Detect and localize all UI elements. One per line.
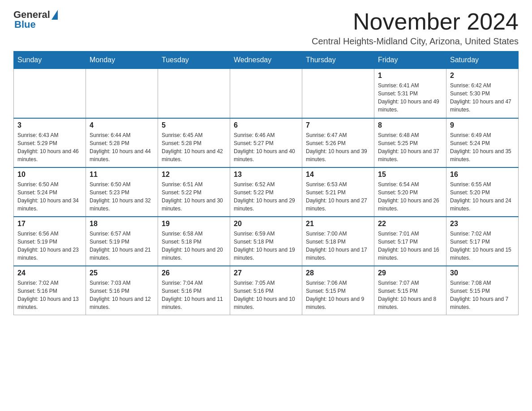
table-row: 24Sunrise: 7:02 AMSunset: 5:16 PMDayligh… bbox=[14, 266, 86, 315]
calendar-week-row: 3Sunrise: 6:43 AMSunset: 5:29 PMDaylight… bbox=[14, 118, 519, 167]
day-info: Sunrise: 6:44 AMSunset: 5:28 PMDaylight:… bbox=[90, 131, 154, 163]
day-number: 21 bbox=[306, 220, 370, 228]
day-info: Sunrise: 6:50 AMSunset: 5:24 PMDaylight:… bbox=[17, 180, 82, 213]
day-number: 8 bbox=[378, 121, 442, 129]
table-row: 20Sunrise: 6:59 AMSunset: 5:18 PMDayligh… bbox=[230, 217, 302, 266]
col-tuesday: Tuesday bbox=[158, 51, 230, 69]
day-info: Sunrise: 6:59 AMSunset: 5:18 PMDaylight:… bbox=[234, 230, 298, 262]
logo-triangle-icon bbox=[51, 10, 58, 20]
day-number: 14 bbox=[306, 171, 370, 179]
day-number: 24 bbox=[17, 269, 82, 277]
day-info: Sunrise: 6:41 AMSunset: 5:31 PMDaylight:… bbox=[378, 81, 442, 114]
table-row: 4Sunrise: 6:44 AMSunset: 5:28 PMDaylight… bbox=[86, 118, 158, 167]
table-row: 27Sunrise: 7:05 AMSunset: 5:16 PMDayligh… bbox=[230, 266, 302, 315]
day-info: Sunrise: 6:45 AMSunset: 5:28 PMDaylight:… bbox=[162, 131, 226, 163]
table-row: 18Sunrise: 6:57 AMSunset: 5:19 PMDayligh… bbox=[86, 217, 158, 266]
day-info: Sunrise: 6:42 AMSunset: 5:30 PMDaylight:… bbox=[450, 81, 515, 114]
day-number: 1 bbox=[378, 72, 442, 80]
day-number: 23 bbox=[450, 220, 515, 228]
col-friday: Friday bbox=[374, 51, 446, 69]
table-row: 26Sunrise: 7:04 AMSunset: 5:16 PMDayligh… bbox=[158, 266, 230, 315]
table-row: 11Sunrise: 6:50 AMSunset: 5:23 PMDayligh… bbox=[86, 167, 158, 217]
logo: General Blue bbox=[13, 9, 58, 30]
day-number: 27 bbox=[234, 269, 298, 277]
table-row: 5Sunrise: 6:45 AMSunset: 5:28 PMDaylight… bbox=[158, 118, 230, 167]
day-info: Sunrise: 6:51 AMSunset: 5:22 PMDaylight:… bbox=[162, 180, 226, 213]
col-saturday: Saturday bbox=[446, 51, 519, 69]
calendar-week-row: 24Sunrise: 7:02 AMSunset: 5:16 PMDayligh… bbox=[14, 266, 519, 315]
day-info: Sunrise: 6:46 AMSunset: 5:27 PMDaylight:… bbox=[234, 131, 298, 163]
table-row: 21Sunrise: 7:00 AMSunset: 5:18 PMDayligh… bbox=[302, 217, 374, 266]
month-title: November 2024 bbox=[312, 9, 519, 34]
day-number: 12 bbox=[162, 171, 226, 179]
day-info: Sunrise: 6:53 AMSunset: 5:21 PMDaylight:… bbox=[306, 180, 370, 213]
table-row: 12Sunrise: 6:51 AMSunset: 5:22 PMDayligh… bbox=[158, 167, 230, 217]
calendar-week-row: 10Sunrise: 6:50 AMSunset: 5:24 PMDayligh… bbox=[14, 167, 519, 217]
day-number: 22 bbox=[378, 220, 442, 228]
day-number: 7 bbox=[306, 121, 370, 129]
table-row: 29Sunrise: 7:07 AMSunset: 5:15 PMDayligh… bbox=[374, 266, 446, 315]
day-info: Sunrise: 7:02 AMSunset: 5:16 PMDaylight:… bbox=[17, 279, 82, 311]
location-subtitle: Central Heights-Midland City, Arizona, U… bbox=[312, 36, 519, 47]
calendar-header-row: Sunday Monday Tuesday Wednesday Thursday… bbox=[14, 51, 519, 69]
day-info: Sunrise: 7:04 AMSunset: 5:16 PMDaylight:… bbox=[162, 279, 226, 311]
day-number: 9 bbox=[450, 121, 515, 129]
day-info: Sunrise: 6:57 AMSunset: 5:19 PMDaylight:… bbox=[90, 230, 154, 262]
day-info: Sunrise: 6:49 AMSunset: 5:24 PMDaylight:… bbox=[450, 131, 515, 163]
day-number: 26 bbox=[162, 269, 226, 277]
table-row: 10Sunrise: 6:50 AMSunset: 5:24 PMDayligh… bbox=[14, 167, 86, 217]
table-row: 23Sunrise: 7:02 AMSunset: 5:17 PMDayligh… bbox=[446, 217, 519, 266]
table-row: 9Sunrise: 6:49 AMSunset: 5:24 PMDaylight… bbox=[446, 118, 519, 167]
logo-blue-text: Blue bbox=[13, 19, 36, 30]
table-row: 30Sunrise: 7:08 AMSunset: 5:15 PMDayligh… bbox=[446, 266, 519, 315]
day-info: Sunrise: 6:52 AMSunset: 5:22 PMDaylight:… bbox=[234, 180, 298, 213]
day-info: Sunrise: 6:47 AMSunset: 5:26 PMDaylight:… bbox=[306, 131, 370, 163]
day-number: 5 bbox=[162, 121, 226, 129]
day-info: Sunrise: 7:05 AMSunset: 5:16 PMDaylight:… bbox=[234, 279, 298, 311]
day-number: 20 bbox=[234, 220, 298, 228]
table-row: 16Sunrise: 6:55 AMSunset: 5:20 PMDayligh… bbox=[446, 167, 519, 217]
day-info: Sunrise: 7:02 AMSunset: 5:17 PMDaylight:… bbox=[450, 230, 515, 262]
day-number: 15 bbox=[378, 171, 442, 179]
day-number: 25 bbox=[90, 269, 154, 277]
day-info: Sunrise: 7:01 AMSunset: 5:17 PMDaylight:… bbox=[378, 230, 442, 262]
day-number: 17 bbox=[17, 220, 82, 228]
day-number: 29 bbox=[378, 269, 442, 277]
table-row bbox=[302, 69, 374, 118]
day-number: 11 bbox=[90, 171, 154, 179]
day-info: Sunrise: 6:50 AMSunset: 5:23 PMDaylight:… bbox=[90, 180, 154, 213]
table-row: 7Sunrise: 6:47 AMSunset: 5:26 PMDaylight… bbox=[302, 118, 374, 167]
calendar-table: Sunday Monday Tuesday Wednesday Thursday… bbox=[13, 51, 519, 315]
day-info: Sunrise: 6:54 AMSunset: 5:20 PMDaylight:… bbox=[378, 180, 442, 213]
day-number: 30 bbox=[450, 269, 515, 277]
table-row: 15Sunrise: 6:54 AMSunset: 5:20 PMDayligh… bbox=[374, 167, 446, 217]
table-row: 14Sunrise: 6:53 AMSunset: 5:21 PMDayligh… bbox=[302, 167, 374, 217]
table-row: 25Sunrise: 7:03 AMSunset: 5:16 PMDayligh… bbox=[86, 266, 158, 315]
day-info: Sunrise: 6:56 AMSunset: 5:19 PMDaylight:… bbox=[17, 230, 82, 262]
table-row: 28Sunrise: 7:06 AMSunset: 5:15 PMDayligh… bbox=[302, 266, 374, 315]
col-sunday: Sunday bbox=[14, 51, 86, 69]
col-monday: Monday bbox=[86, 51, 158, 69]
day-info: Sunrise: 6:58 AMSunset: 5:18 PMDaylight:… bbox=[162, 230, 226, 262]
table-row bbox=[86, 69, 158, 118]
table-row: 13Sunrise: 6:52 AMSunset: 5:22 PMDayligh… bbox=[230, 167, 302, 217]
day-number: 6 bbox=[234, 121, 298, 129]
day-number: 13 bbox=[234, 171, 298, 179]
page-header: General Blue November 2024 Central Heigh… bbox=[13, 9, 519, 47]
day-number: 16 bbox=[450, 171, 515, 179]
day-number: 18 bbox=[90, 220, 154, 228]
day-number: 4 bbox=[90, 121, 154, 129]
calendar-week-row: 1Sunrise: 6:41 AMSunset: 5:31 PMDaylight… bbox=[14, 69, 519, 118]
table-row: 17Sunrise: 6:56 AMSunset: 5:19 PMDayligh… bbox=[14, 217, 86, 266]
calendar-week-row: 17Sunrise: 6:56 AMSunset: 5:19 PMDayligh… bbox=[14, 217, 519, 266]
table-row: 22Sunrise: 7:01 AMSunset: 5:17 PMDayligh… bbox=[374, 217, 446, 266]
day-info: Sunrise: 7:06 AMSunset: 5:15 PMDaylight:… bbox=[306, 279, 370, 311]
day-number: 28 bbox=[306, 269, 370, 277]
table-row: 6Sunrise: 6:46 AMSunset: 5:27 PMDaylight… bbox=[230, 118, 302, 167]
table-row bbox=[230, 69, 302, 118]
table-row: 1Sunrise: 6:41 AMSunset: 5:31 PMDaylight… bbox=[374, 69, 446, 118]
day-info: Sunrise: 7:03 AMSunset: 5:16 PMDaylight:… bbox=[90, 279, 154, 311]
day-info: Sunrise: 6:43 AMSunset: 5:29 PMDaylight:… bbox=[17, 131, 82, 163]
day-info: Sunrise: 7:07 AMSunset: 5:15 PMDaylight:… bbox=[378, 279, 442, 311]
day-info: Sunrise: 7:00 AMSunset: 5:18 PMDaylight:… bbox=[306, 230, 370, 262]
